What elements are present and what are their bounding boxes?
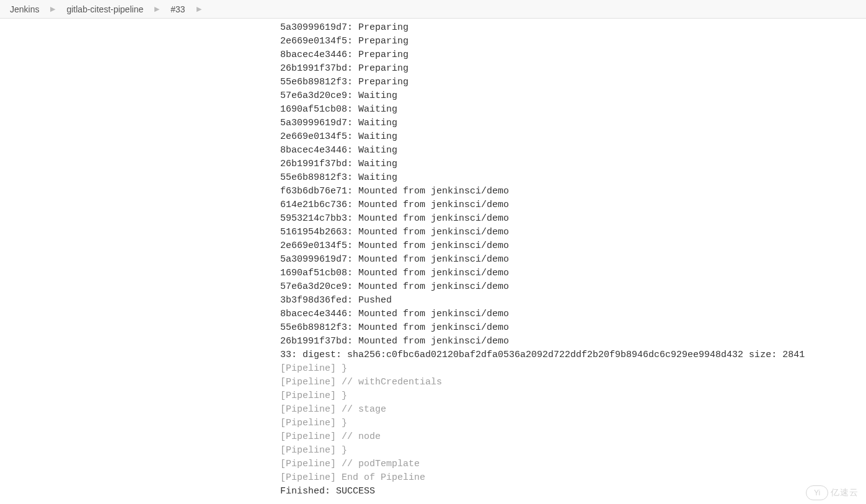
console-line: 26b1991f37bd: Mounted from jenkinsci/dem…: [280, 335, 866, 348]
console-line: [Pipeline] // withCredentials: [280, 376, 866, 389]
console-line: 2e669e0134f5: Mounted from jenkinsci/dem…: [280, 239, 866, 253]
console-line: [Pipeline] End of Pipeline: [280, 471, 866, 485]
console-line: 8bacec4e3446: Preparing: [280, 48, 866, 62]
console-line: 26b1991f37bd: Preparing: [280, 62, 866, 76]
console-line: [Pipeline] }: [280, 362, 866, 376]
console-line: [Pipeline] }: [280, 444, 866, 458]
console-line: 55e6b89812f3: Preparing: [280, 76, 866, 89]
console-line: 26b1991f37bd: Waiting: [280, 157, 866, 171]
console-line: 5161954b2663: Mounted from jenkinsci/dem…: [280, 226, 866, 239]
console-line: 55e6b89812f3: Mounted from jenkinsci/dem…: [280, 321, 866, 335]
chevron-right-icon: ▶: [50, 5, 55, 13]
console-line: 33: digest: sha256:c0fbc6ad02120baf2dfa0…: [280, 348, 866, 362]
console-line: [Pipeline] }: [280, 389, 866, 403]
chevron-right-icon: ▶: [197, 5, 201, 13]
console-line: 57e6a3d20ce9: Waiting: [280, 89, 866, 103]
breadcrumb-jenkins[interactable]: Jenkins: [10, 4, 39, 14]
console-line: [Pipeline] // podTemplate: [280, 458, 866, 471]
console-line: 5a30999619d7: Mounted from jenkinsci/dem…: [280, 253, 866, 267]
console-line: 8bacec4e3446: Waiting: [280, 144, 866, 157]
breadcrumb-job[interactable]: gitlab-citest-pipeline: [66, 4, 143, 14]
watermark: Yi 亿速云: [806, 485, 859, 500]
console-line: Finished: SUCCESS: [280, 485, 866, 498]
console-line: 2e669e0134f5: Waiting: [280, 130, 866, 144]
console-line: 1690af51cb08: Waiting: [280, 103, 866, 117]
console-line: f63b6db76e71: Mounted from jenkinsci/dem…: [280, 185, 866, 198]
console-line: 57e6a3d20ce9: Mounted from jenkinsci/dem…: [280, 280, 866, 294]
console-line: 5a30999619d7: Preparing: [280, 21, 866, 35]
console-line: 55e6b89812f3: Waiting: [280, 171, 866, 185]
breadcrumb-build[interactable]: #33: [170, 4, 185, 14]
console-line: [Pipeline] // node: [280, 430, 866, 444]
console-line: 5a30999619d7: Waiting: [280, 117, 866, 130]
breadcrumb: Jenkins ▶ gitlab-citest-pipeline ▶ #33 ▶: [0, 0, 866, 19]
watermark-text: 亿速云: [831, 487, 859, 498]
console-line: 3b3f98d36fed: Pushed: [280, 294, 866, 307]
chevron-right-icon: ▶: [154, 5, 159, 13]
console-line: 5953214c7bb3: Mounted from jenkinsci/dem…: [280, 212, 866, 226]
console-output: 5a30999619d7: Preparing2e669e0134f5: Pre…: [0, 19, 866, 498]
console-line: 614e21b6c736: Mounted from jenkinsci/dem…: [280, 198, 866, 212]
console-line: 8bacec4e3446: Mounted from jenkinsci/dem…: [280, 307, 866, 321]
console-line: [Pipeline] }: [280, 417, 866, 430]
console-line: 1690af51cb08: Mounted from jenkinsci/dem…: [280, 267, 866, 280]
console-line: [Pipeline] // stage: [280, 403, 866, 417]
cloud-icon: Yi: [806, 485, 828, 500]
console-line: 2e669e0134f5: Preparing: [280, 35, 866, 48]
